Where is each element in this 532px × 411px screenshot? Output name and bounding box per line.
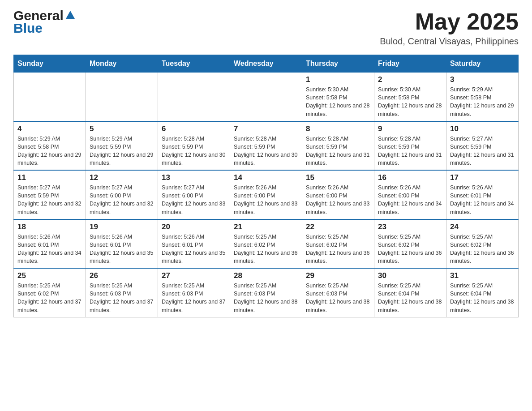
day-number: 26 (90, 271, 154, 280)
month-title: May 2025 (380, 9, 519, 34)
day-info: Sunrise: 5:25 AM Sunset: 6:02 PM Dayligh… (234, 233, 298, 265)
calendar-header-row: SundayMondayTuesdayWednesdayThursdayFrid… (14, 55, 519, 73)
calendar-cell: 28Sunrise: 5:25 AM Sunset: 6:03 PM Dayli… (230, 268, 302, 317)
calendar-week-row: 1Sunrise: 5:30 AM Sunset: 5:58 PM Daylig… (14, 73, 519, 121)
day-number: 6 (162, 124, 226, 133)
calendar-cell: 22Sunrise: 5:25 AM Sunset: 6:02 PM Dayli… (302, 219, 374, 269)
day-info: Sunrise: 5:25 AM Sunset: 6:02 PM Dayligh… (17, 282, 82, 314)
day-number: 12 (90, 173, 154, 182)
calendar-cell: 25Sunrise: 5:25 AM Sunset: 6:02 PM Dayli… (14, 268, 86, 317)
calendar-cell: 26Sunrise: 5:25 AM Sunset: 6:03 PM Dayli… (86, 268, 158, 317)
day-number: 15 (306, 173, 370, 182)
day-info: Sunrise: 5:25 AM Sunset: 6:03 PM Dayligh… (90, 282, 154, 314)
calendar-cell: 12Sunrise: 5:27 AM Sunset: 6:00 PM Dayli… (86, 170, 158, 219)
calendar-cell (158, 73, 230, 121)
day-info: Sunrise: 5:30 AM Sunset: 5:58 PM Dayligh… (378, 86, 442, 118)
day-number: 3 (450, 75, 515, 84)
calendar-cell: 7Sunrise: 5:28 AM Sunset: 5:59 PM Daylig… (230, 121, 302, 171)
day-number: 16 (378, 173, 442, 182)
day-number: 20 (162, 223, 226, 231)
day-info: Sunrise: 5:26 AM Sunset: 6:00 PM Dayligh… (234, 184, 298, 216)
calendar-day-header: Monday (86, 55, 158, 73)
logo-triangle-icon (65, 10, 76, 21)
day-info: Sunrise: 5:25 AM Sunset: 6:02 PM Dayligh… (306, 233, 370, 265)
day-info: Sunrise: 5:27 AM Sunset: 5:59 PM Dayligh… (450, 135, 515, 167)
day-number: 14 (234, 173, 298, 182)
day-number: 13 (162, 173, 226, 182)
calendar-cell (14, 73, 86, 121)
day-number: 22 (306, 223, 370, 231)
calendar-cell: 23Sunrise: 5:25 AM Sunset: 6:02 PM Dayli… (374, 219, 446, 269)
day-info: Sunrise: 5:28 AM Sunset: 5:59 PM Dayligh… (378, 135, 442, 167)
day-number: 21 (234, 223, 298, 231)
calendar-cell: 9Sunrise: 5:28 AM Sunset: 5:59 PM Daylig… (374, 121, 446, 171)
calendar-cell: 14Sunrise: 5:26 AM Sunset: 6:00 PM Dayli… (230, 170, 302, 219)
calendar-cell: 1Sunrise: 5:30 AM Sunset: 5:58 PM Daylig… (302, 73, 374, 121)
day-number: 30 (378, 271, 442, 280)
calendar-cell: 19Sunrise: 5:26 AM Sunset: 6:01 PM Dayli… (86, 219, 158, 269)
day-number: 10 (450, 124, 515, 133)
day-info: Sunrise: 5:26 AM Sunset: 6:01 PM Dayligh… (450, 184, 515, 216)
day-number: 19 (90, 223, 154, 231)
day-info: Sunrise: 5:25 AM Sunset: 6:03 PM Dayligh… (162, 282, 226, 314)
svg-marker-0 (66, 11, 75, 19)
calendar-cell: 24Sunrise: 5:25 AM Sunset: 6:02 PM Dayli… (446, 219, 519, 269)
day-number: 27 (162, 271, 226, 280)
calendar-cell: 18Sunrise: 5:26 AM Sunset: 6:01 PM Dayli… (14, 219, 86, 269)
day-info: Sunrise: 5:27 AM Sunset: 6:00 PM Dayligh… (162, 184, 226, 216)
day-number: 11 (17, 173, 82, 182)
day-number: 29 (306, 271, 370, 280)
day-info: Sunrise: 5:29 AM Sunset: 5:58 PM Dayligh… (450, 86, 515, 118)
day-info: Sunrise: 5:25 AM Sunset: 6:04 PM Dayligh… (450, 282, 515, 314)
day-info: Sunrise: 5:30 AM Sunset: 5:58 PM Dayligh… (306, 86, 370, 118)
calendar-cell: 16Sunrise: 5:26 AM Sunset: 6:00 PM Dayli… (374, 170, 446, 219)
logo: General Blue (13, 9, 76, 35)
calendar-cell (230, 73, 302, 121)
calendar-week-row: 18Sunrise: 5:26 AM Sunset: 6:01 PM Dayli… (14, 219, 519, 269)
day-info: Sunrise: 5:26 AM Sunset: 6:00 PM Dayligh… (306, 184, 370, 216)
calendar-day-header: Tuesday (158, 55, 230, 73)
day-info: Sunrise: 5:29 AM Sunset: 5:59 PM Dayligh… (90, 135, 154, 167)
day-number: 7 (234, 124, 298, 133)
day-number: 25 (17, 271, 82, 280)
day-info: Sunrise: 5:29 AM Sunset: 5:58 PM Dayligh… (17, 135, 82, 167)
day-info: Sunrise: 5:26 AM Sunset: 6:01 PM Dayligh… (90, 233, 154, 265)
day-info: Sunrise: 5:26 AM Sunset: 6:00 PM Dayligh… (378, 184, 442, 216)
calendar-cell: 8Sunrise: 5:28 AM Sunset: 5:59 PM Daylig… (302, 121, 374, 171)
location-subtitle: Bulod, Central Visayas, Philippines (380, 36, 519, 47)
calendar-cell: 5Sunrise: 5:29 AM Sunset: 5:59 PM Daylig… (86, 121, 158, 171)
day-info: Sunrise: 5:28 AM Sunset: 5:59 PM Dayligh… (306, 135, 370, 167)
day-info: Sunrise: 5:26 AM Sunset: 6:01 PM Dayligh… (17, 233, 82, 265)
calendar-cell: 15Sunrise: 5:26 AM Sunset: 6:00 PM Dayli… (302, 170, 374, 219)
day-number: 8 (306, 124, 370, 133)
calendar-cell: 10Sunrise: 5:27 AM Sunset: 5:59 PM Dayli… (446, 121, 519, 171)
day-info: Sunrise: 5:27 AM Sunset: 6:00 PM Dayligh… (90, 184, 154, 216)
day-info: Sunrise: 5:27 AM Sunset: 5:59 PM Dayligh… (17, 184, 82, 216)
day-number: 31 (450, 271, 515, 280)
day-number: 4 (17, 124, 82, 133)
day-info: Sunrise: 5:28 AM Sunset: 5:59 PM Dayligh… (234, 135, 298, 167)
calendar-cell: 11Sunrise: 5:27 AM Sunset: 5:59 PM Dayli… (14, 170, 86, 219)
day-info: Sunrise: 5:25 AM Sunset: 6:02 PM Dayligh… (378, 233, 442, 265)
calendar-week-row: 25Sunrise: 5:25 AM Sunset: 6:02 PM Dayli… (14, 268, 519, 317)
calendar-cell: 20Sunrise: 5:26 AM Sunset: 6:01 PM Dayli… (158, 219, 230, 269)
calendar-week-row: 11Sunrise: 5:27 AM Sunset: 5:59 PM Dayli… (14, 170, 519, 219)
day-info: Sunrise: 5:25 AM Sunset: 6:02 PM Dayligh… (450, 233, 515, 265)
day-info: Sunrise: 5:28 AM Sunset: 5:59 PM Dayligh… (162, 135, 226, 167)
day-number: 23 (378, 223, 442, 231)
calendar-day-header: Friday (374, 55, 446, 73)
page-header: General Blue May 2025 Bulod, Central Vis… (13, 9, 519, 47)
day-info: Sunrise: 5:25 AM Sunset: 6:03 PM Dayligh… (234, 282, 298, 314)
calendar-cell: 31Sunrise: 5:25 AM Sunset: 6:04 PM Dayli… (446, 268, 519, 317)
day-number: 9 (378, 124, 442, 133)
calendar-week-row: 4Sunrise: 5:29 AM Sunset: 5:58 PM Daylig… (14, 121, 519, 171)
calendar-cell: 30Sunrise: 5:25 AM Sunset: 6:04 PM Dayli… (374, 268, 446, 317)
day-number: 28 (234, 271, 298, 280)
calendar-cell: 17Sunrise: 5:26 AM Sunset: 6:01 PM Dayli… (446, 170, 519, 219)
calendar-cell: 27Sunrise: 5:25 AM Sunset: 6:03 PM Dayli… (158, 268, 230, 317)
day-number: 1 (306, 75, 370, 84)
calendar-cell: 4Sunrise: 5:29 AM Sunset: 5:58 PM Daylig… (14, 121, 86, 171)
calendar-table: SundayMondayTuesdayWednesdayThursdayFrid… (13, 55, 519, 317)
calendar-day-header: Thursday (302, 55, 374, 73)
title-block: May 2025 Bulod, Central Visayas, Philipp… (380, 9, 519, 47)
